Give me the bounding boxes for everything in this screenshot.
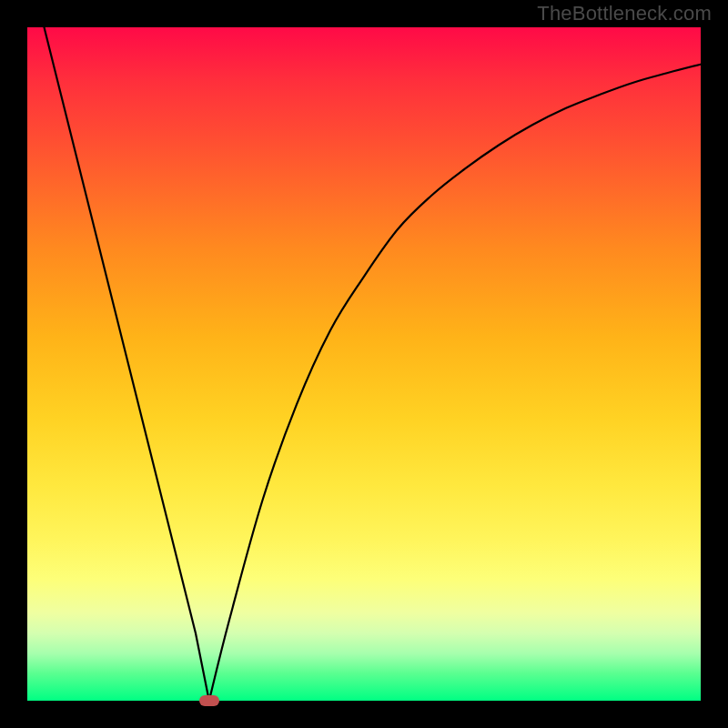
bottleneck-curve bbox=[27, 27, 701, 701]
curve-svg bbox=[27, 27, 701, 701]
chart-plot-area bbox=[27, 27, 701, 701]
chart-frame: TheBottleneck.com bbox=[0, 0, 728, 728]
min-point-marker bbox=[199, 695, 219, 706]
watermark-text: TheBottleneck.com bbox=[537, 2, 712, 25]
